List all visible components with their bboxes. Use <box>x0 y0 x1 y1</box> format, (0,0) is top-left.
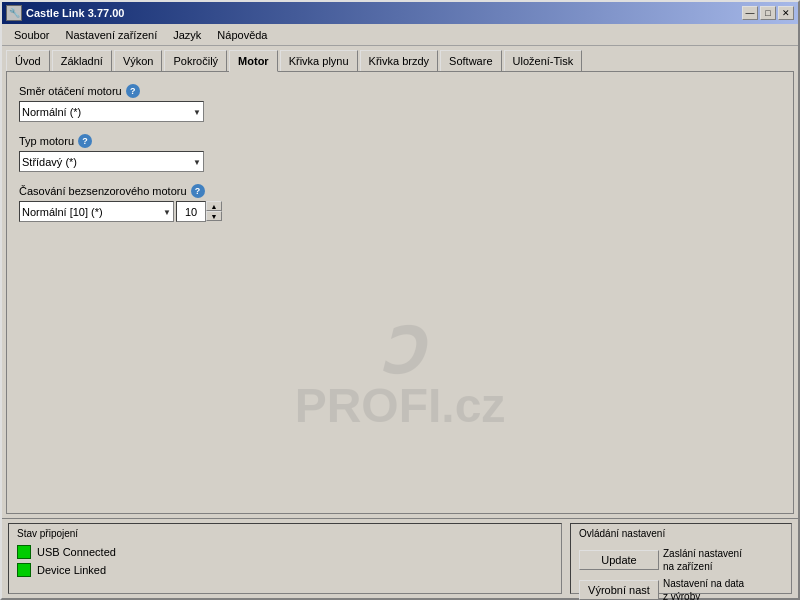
motor-type-label: Typ motoru <box>19 135 74 147</box>
minimize-button[interactable]: — <box>742 6 758 20</box>
motor-type-group: Typ motoru ? Střídavý (*) Stejnosměrný <box>19 134 781 172</box>
tab-krivka-brzdy[interactable]: Křivka brzdy <box>360 50 439 72</box>
menu-soubor[interactable]: Soubor <box>6 27 57 43</box>
menu-napoveda[interactable]: Nápověda <box>209 27 275 43</box>
menu-bar: Soubor Nastavení zařízení Jazyk Nápověda <box>2 24 798 46</box>
app-icon: 🔧 <box>6 5 22 21</box>
update-button[interactable]: Update <box>579 550 659 570</box>
direction-group: Směr otáčení motoru ? Normální (*) Opačn… <box>19 84 781 122</box>
window-title: Castle Link 3.77.00 <box>26 7 742 19</box>
direction-select[interactable]: Normální (*) Opačný <box>19 101 204 122</box>
tab-krivka-plynu[interactable]: Křivka plynu <box>280 50 358 72</box>
timing-label: Časování bezsenzorového motoru <box>19 185 187 197</box>
maximize-button[interactable]: □ <box>760 6 776 20</box>
motor-type-help-icon[interactable]: ? <box>78 134 92 148</box>
tab-pokrocily[interactable]: Pokročilý <box>164 50 227 72</box>
factory-button[interactable]: Výrobní nast <box>579 580 659 600</box>
main-window: 🔧 Castle Link 3.77.00 — □ ✕ Soubor Nasta… <box>0 0 800 600</box>
tab-ulozeni-tisk[interactable]: Uložení-Tisk <box>504 50 583 72</box>
direction-label: Směr otáčení motoru <box>19 85 122 97</box>
usb-status: USB Connected <box>17 545 553 559</box>
connection-title: Stav připojení <box>17 528 553 539</box>
usb-label: USB Connected <box>37 546 116 558</box>
timing-up-button[interactable]: ▲ <box>206 201 222 211</box>
restore-label: Nastavení na data z výroby <box>663 577 783 600</box>
connection-status-panel: Stav připojení USB Connected Device Link… <box>8 523 562 594</box>
close-button[interactable]: ✕ <box>778 6 794 20</box>
status-bar: Stav připojení USB Connected Device Link… <box>2 518 798 598</box>
direction-help-icon[interactable]: ? <box>126 84 140 98</box>
watermark-c-logo: ↄ <box>378 314 422 378</box>
title-bar: 🔧 Castle Link 3.77.00 — □ ✕ <box>2 2 798 24</box>
device-status: Device Linked <box>17 563 553 577</box>
motor-type-select[interactable]: Střídavý (*) Stejnosměrný <box>19 151 204 172</box>
watermark-text: PROFI.cz <box>295 378 506 433</box>
menu-nastaveni[interactable]: Nastavení zařízení <box>57 27 165 43</box>
send-label: Zaslání nastavení na zařízení <box>663 547 783 573</box>
device-label: Device Linked <box>37 564 106 576</box>
tab-zakladni[interactable]: Základní <box>52 50 112 72</box>
timing-group: Časování bezsenzorového motoru ? Normáln… <box>19 184 781 222</box>
tab-bar: Úvod Základní Výkon Pokročilý Motor Křiv… <box>2 46 798 71</box>
tab-motor[interactable]: Motor <box>229 50 278 72</box>
watermark: ↄ PROFI.cz <box>295 314 506 433</box>
control-title: Ovládání nastavení <box>579 528 783 539</box>
tab-vykon[interactable]: Výkon <box>114 50 163 72</box>
timing-select[interactable]: Normální [10] (*) Nízké [5] Vysoké [15] <box>19 201 174 222</box>
usb-led <box>17 545 31 559</box>
control-panel: Ovládání nastavení Update Zaslání nastav… <box>570 523 792 594</box>
tab-uvod[interactable]: Úvod <box>6 50 50 72</box>
device-led <box>17 563 31 577</box>
timing-down-button[interactable]: ▼ <box>206 211 222 221</box>
window-controls: — □ ✕ <box>742 6 794 20</box>
timing-help-icon[interactable]: ? <box>191 184 205 198</box>
tab-software[interactable]: Software <box>440 50 501 72</box>
menu-jazyk[interactable]: Jazyk <box>165 27 209 43</box>
timing-number-input[interactable] <box>176 201 206 222</box>
content-area: Směr otáčení motoru ? Normální (*) Opačn… <box>6 71 794 514</box>
